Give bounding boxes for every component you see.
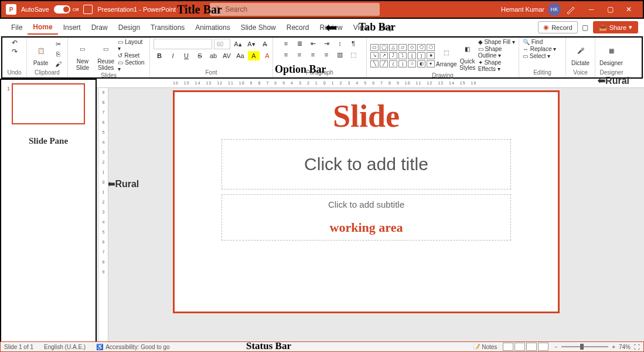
ruler-annotation-left: ⬅ Rural (107, 178, 139, 189)
present-icon[interactable]: ▢ (578, 23, 593, 32)
slide-canvas[interactable]: Slide Click to add title Click to add su… (173, 90, 560, 313)
align-center-icon[interactable]: ≡ (294, 50, 305, 59)
quick-styles-button[interactable]: ◧Quick Styles (458, 40, 477, 71)
tab-draw[interactable]: Draw (86, 21, 113, 34)
italic-button[interactable]: I (167, 51, 179, 60)
align-left-icon[interactable]: ≡ (280, 50, 292, 59)
user-avatar[interactable]: HK (548, 3, 561, 16)
tab-animations[interactable]: Animations (190, 21, 235, 34)
bold-button[interactable]: B (154, 51, 165, 60)
align-right-icon[interactable]: ≡ (307, 50, 319, 59)
toggle-switch[interactable] (54, 5, 70, 13)
slide-thumbnail[interactable]: 1 (12, 83, 85, 124)
tab-home[interactable]: Home (28, 21, 57, 35)
notes-button[interactable]: 📝 Notes (473, 344, 497, 350)
toggle-state: Off (73, 7, 79, 12)
reset-button[interactable]: ↺ Reset (118, 52, 146, 59)
text-direction-icon[interactable]: ¶ (347, 39, 359, 48)
arrange-button[interactable]: ⬚Arrange (436, 43, 457, 67)
numbering-icon[interactable]: ≣ (294, 39, 305, 48)
record-button[interactable]: ◉Record (538, 21, 577, 33)
titlebar-annotation: Title Bar (177, 3, 222, 16)
highlight-button[interactable]: A (248, 51, 260, 60)
shadow-button[interactable]: ab (207, 51, 219, 60)
title-placeholder[interactable]: Click to add title (222, 139, 511, 189)
undo-icon[interactable]: ↶ (12, 39, 18, 47)
tab-design[interactable]: Design (113, 21, 145, 34)
zoom-out-icon[interactable]: − (554, 344, 558, 350)
autosave-toggle[interactable]: AutoSave Off (21, 5, 79, 13)
subtitle-placeholder[interactable]: Click to add subtitle working area (222, 194, 511, 241)
format-painter-icon[interactable]: 🖌 (52, 59, 64, 69)
find-button[interactable]: 🔍 Find (523, 39, 543, 45)
user-name[interactable]: Hemant Kumar (501, 6, 544, 13)
justify-icon[interactable]: ≡ (321, 50, 332, 59)
workingarea-annotation: working area (228, 220, 505, 235)
slide-counter[interactable]: Slide 1 of 1 (4, 344, 33, 350)
indent-less-icon[interactable]: ⇤ (307, 39, 319, 48)
save-icon[interactable] (83, 5, 93, 14)
font-size-box[interactable]: 60 (214, 39, 230, 49)
group-font: Font (154, 69, 269, 76)
optionbar-annotation: Option Bar (275, 63, 326, 76)
designer-button[interactable]: ▦Designer (599, 42, 623, 66)
group-clipboard: Clipboard (30, 69, 64, 76)
shape-fill-button[interactable]: ◆ Shape Fill ▾ (478, 39, 515, 45)
case-button[interactable]: Aa (234, 51, 246, 60)
line-spacing-icon[interactable]: ↕ (334, 39, 346, 48)
font-name-box[interactable] (154, 39, 212, 49)
language-indicator[interactable]: English (U.A.E.) (44, 344, 86, 350)
indent-more-icon[interactable]: ⇥ (321, 39, 332, 48)
shape-outline-button[interactable]: ▭ Shape Outline ▾ (478, 46, 515, 59)
close-button[interactable]: ✕ (619, 1, 638, 18)
tab-record[interactable]: Record (281, 21, 315, 34)
zoom-in-icon[interactable]: + (612, 344, 615, 350)
view-buttons[interactable] (503, 343, 548, 351)
tab-transitions[interactable]: Transitions (145, 21, 190, 34)
new-slide-button[interactable]: ▭New Slide (71, 40, 94, 71)
paste-button[interactable]: 📋Paste (30, 42, 51, 66)
fit-window-icon[interactable]: ⛶ (634, 344, 640, 350)
horizontal-ruler[interactable]: 1615141312111098765432101234567891011121… (97, 79, 644, 88)
title-bar: P AutoSave Off Presentation1 - PowerPoin… (0, 0, 644, 19)
tab-insert[interactable]: Insert (58, 21, 86, 34)
dictate-button[interactable]: 🎤Dictate (570, 42, 591, 66)
spacing-button[interactable]: AV (221, 51, 233, 60)
underline-button[interactable]: U (180, 51, 192, 60)
search-box[interactable]: Search (210, 3, 380, 16)
section-button[interactable]: ▭ Section ▾ (118, 59, 146, 72)
select-button[interactable]: ▭ Select ▾ (523, 53, 550, 59)
bullets-icon[interactable]: ≡ (280, 39, 292, 48)
replace-button[interactable]: ↔ Replace ▾ (523, 46, 556, 52)
zoom-slider[interactable] (561, 346, 608, 347)
pen-icon[interactable] (565, 4, 576, 15)
minimize-button[interactable]: ─ (582, 1, 601, 18)
reuse-slides-button[interactable]: ▭Reuse Slides (95, 40, 117, 71)
tab-slideshow[interactable]: Slide Show (236, 21, 281, 34)
columns-icon[interactable]: ▥ (334, 50, 346, 59)
tab-bar: File Home Insert Draw Design Transitions… (0, 19, 644, 36)
accessibility-icon[interactable]: ♿ (96, 344, 103, 350)
increase-font-icon[interactable]: A▴ (232, 39, 244, 49)
slide-pane[interactable]: 1 Slide Pane (0, 79, 97, 344)
shapes-gallery[interactable]: ▭◯△▱◇⬠⬡ ↘↗⤴⤵{}★ ╲╱()☆◐▾ (370, 44, 435, 67)
clear-format-icon[interactable]: A̶ (259, 39, 271, 49)
layout-button[interactable]: ▭ Layout ▾ (118, 39, 146, 52)
search-placeholder: Search (225, 5, 247, 13)
strike-button[interactable]: S (194, 51, 206, 60)
decrease-font-icon[interactable]: A▾ (246, 39, 257, 49)
tab-file[interactable]: File (6, 21, 28, 34)
copy-icon[interactable]: ⎘ (52, 49, 64, 59)
redo-icon[interactable]: ↷ (12, 48, 18, 56)
zoom-control[interactable]: − + 74% ⛶ (554, 344, 640, 350)
font-color-button[interactable]: A (261, 51, 273, 60)
smartart-icon[interactable]: ⬚ (347, 50, 359, 59)
accessibility-status[interactable]: Accessibility: Good to go (105, 344, 170, 350)
share-button[interactable]: 📤 Share ▾ (593, 21, 638, 33)
newslide-label: New Slide (76, 58, 89, 71)
maximize-button[interactable]: ▢ (601, 1, 619, 18)
zoom-value[interactable]: 74% (619, 344, 631, 350)
vertical-ruler[interactable]: 9876543210123456789 (99, 88, 108, 344)
shape-effects-button[interactable]: ✦ Shape Effects ▾ (478, 59, 515, 72)
cut-icon[interactable]: ✂ (52, 39, 64, 49)
